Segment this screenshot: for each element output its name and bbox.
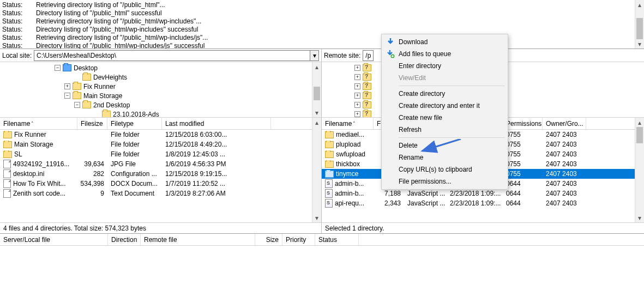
file-owner: 2407 2403	[543, 141, 586, 148]
tree-label: Desktop	[74, 64, 98, 72]
remote-list-scrollbar[interactable]: ▴ ▾	[635, 118, 644, 222]
file-name: tinymce	[336, 170, 358, 178]
col-filesize[interactable]: Filesize	[77, 118, 107, 129]
file-type: JavaScript ...	[404, 190, 447, 197]
list-item[interactable]: SLFile folder1/8/2019 12:45:03 ...	[0, 149, 312, 159]
qcol-server-local[interactable]: Server/Local file	[0, 234, 108, 245]
list-item[interactable]: Main StorageFile folder12/15/2018 4:49:2…	[0, 140, 312, 149]
log-status-label: Status:	[2, 34, 23, 42]
qcol-status[interactable]: Status	[315, 234, 359, 245]
local-list-scrollbar[interactable]: ▴ ▾	[312, 118, 321, 222]
menu-label: Enter directory	[399, 62, 441, 70]
local-file-list: Filename˄ Filesize Filetype Last modifie…	[0, 118, 321, 222]
col-filename[interactable]: Filename˄	[322, 118, 374, 129]
menu-label: View/Edit	[399, 74, 426, 82]
collapse-icon[interactable]: −	[55, 65, 61, 71]
file-type: Configuration ...	[107, 170, 162, 178]
scroll-thumb[interactable]	[314, 87, 320, 100]
log-status-label: Status:	[2, 26, 23, 34]
file-name: admin-b...	[335, 190, 364, 197]
menu-file-permissions[interactable]: File permissions...	[383, 175, 506, 187]
qcol-direction[interactable]: Direction	[108, 234, 141, 245]
log-message: Directory listing of "/public_html" succ…	[36, 9, 162, 17]
list-item[interactable]: 49324192_11916...39,634JPG File1/6/2019 …	[0, 159, 312, 169]
folder-icon	[102, 111, 111, 117]
scroll-down-icon[interactable]: ▾	[312, 108, 321, 117]
tree-label: Main Storage	[83, 92, 122, 100]
menu-refresh[interactable]: Refresh	[383, 124, 506, 136]
log-message: Directory listing of "/public_html/wp-in…	[36, 26, 198, 34]
file-icon	[3, 179, 11, 188]
log-pane: Status:Retrieving directory listing of "…	[0, 0, 644, 49]
menu-copy-url-s-to-clipboard[interactable]: Copy URL(s) to clipboard	[383, 163, 506, 175]
menu-enter-directory[interactable]: Enter directory	[383, 60, 506, 72]
local-path-input[interactable]	[34, 50, 310, 61]
list-item[interactable]: api-requ...2,343JavaScript ...2/23/2018 …	[322, 198, 635, 208]
folder-icon	[82, 101, 91, 108]
chevron-down-icon: ▾	[313, 52, 316, 59]
list-item[interactable]: desktop.ini282Configuration ...12/15/201…	[0, 169, 312, 179]
expand-icon[interactable]: +	[354, 65, 360, 71]
menu-add-files-to-queue[interactable]: Add files to queue	[383, 48, 506, 60]
menu-delete[interactable]: Delete	[383, 140, 506, 151]
scroll-thumb[interactable]	[636, 127, 643, 143]
expand-icon[interactable]: +	[354, 93, 360, 99]
log-scrollbar[interactable]: ▴ ▾	[635, 0, 644, 49]
scroll-up-icon[interactable]: ▴	[635, 0, 644, 9]
menu-create-directory[interactable]: Create directory	[383, 88, 506, 100]
col-filetype[interactable]: Filetype	[107, 118, 162, 129]
folder-icon	[325, 151, 334, 158]
list-item[interactable]: Fix RunnerFile folder12/15/2018 6:03:00.…	[0, 130, 312, 140]
list-item[interactable]: How To Fix Whit...534,398DOCX Docum...1/…	[0, 179, 312, 189]
collapse-icon[interactable]: −	[64, 93, 70, 99]
list-item[interactable]: Zenith sort code...9Text Document1/3/201…	[0, 189, 312, 198]
scroll-up-icon[interactable]: ▴	[312, 118, 321, 127]
folder-icon	[3, 131, 12, 138]
tree-item[interactable]: −Desktop	[0, 63, 312, 72]
scroll-down-icon[interactable]: ▾	[635, 39, 644, 49]
scroll-thumb[interactable]	[636, 18, 643, 40]
file-size: 7,188	[374, 190, 404, 197]
local-tree-scrollbar[interactable]: ▴ ▾	[312, 62, 321, 117]
scroll-down-icon[interactable]: ▾	[312, 213, 321, 222]
scroll-down-icon[interactable]: ▾	[635, 213, 644, 222]
remote-path-input[interactable]	[363, 50, 374, 61]
local-path-dropdown[interactable]: ▾	[310, 50, 319, 61]
scroll-up-icon[interactable]: ▴	[312, 62, 321, 71]
menu-label: Create new file	[399, 114, 442, 122]
file-modified: 1/8/2019 12:45:03 ...	[162, 150, 271, 158]
col-lastmod[interactable]: Last modified	[162, 118, 271, 129]
scroll-up-icon[interactable]: ▴	[635, 118, 644, 127]
menu-create-new-file[interactable]: Create new file	[383, 112, 506, 124]
log-message: Directory listing of "/public_html/wp-in…	[36, 42, 204, 49]
menu-rename[interactable]: Rename	[383, 151, 506, 163]
list-item[interactable]: admin-b...7,188JavaScript ...2/23/2018 1…	[322, 189, 635, 198]
expand-icon[interactable]: +	[64, 83, 70, 89]
expand-icon[interactable]: +	[354, 111, 360, 117]
remote-site-label: Remote site:	[324, 52, 360, 59]
qcol-remote[interactable]: Remote file	[141, 234, 255, 245]
local-pane: Local site: ▾ −DesktopDevHeights+Fix Run…	[0, 49, 322, 233]
tree-item[interactable]: +Fix Runner	[0, 82, 312, 91]
qcol-size[interactable]: Size	[255, 234, 282, 245]
folder-icon	[3, 151, 12, 158]
expand-icon[interactable]: +	[354, 74, 360, 80]
file-name: thickbox	[336, 160, 360, 168]
col-filename[interactable]: Filename˄	[0, 118, 77, 129]
tree-item[interactable]: 23.10.2018-Ads	[0, 110, 312, 117]
tree-item[interactable]: DevHeights	[0, 72, 312, 82]
qcol-priority[interactable]: Priority	[282, 234, 315, 245]
expand-icon[interactable]: +	[354, 102, 360, 108]
add-to-queue-icon	[386, 50, 395, 58]
tree-item[interactable]: −Main Storage	[0, 91, 312, 100]
file-permissions: 0755	[503, 150, 543, 158]
col-permissions[interactable]: Permissions	[503, 118, 543, 129]
menu-download[interactable]: Download	[383, 36, 506, 48]
log-message: Retrieving directory listing of "/public…	[36, 34, 208, 42]
menu-create-directory-and-enter-it[interactable]: Create directory and enter it	[383, 100, 506, 112]
expand-icon[interactable]: +	[354, 83, 360, 89]
col-owner[interactable]: Owner/Gro...	[543, 118, 586, 129]
tree-item[interactable]: −2nd Desktop	[0, 100, 312, 110]
file-name: SL	[14, 150, 22, 158]
collapse-icon[interactable]: −	[74, 102, 80, 108]
